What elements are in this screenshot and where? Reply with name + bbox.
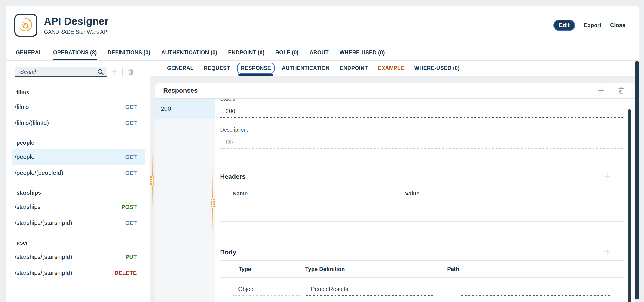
- method-badge: PUT: [126, 254, 137, 260]
- resize-line: [152, 186, 152, 209]
- method-badge: GET: [125, 104, 137, 110]
- add-operation-button[interactable]: [110, 68, 118, 76]
- headers-bottom-divider: [220, 221, 624, 222]
- column-header-type: Type: [220, 266, 305, 272]
- optab-general[interactable]: GENERAL: [167, 61, 194, 76]
- group-label: people: [12, 139, 145, 149]
- app-logo: [14, 14, 38, 37]
- body-table-head: Type Type Definition Path: [220, 261, 624, 277]
- responses-toolbar-divider: [611, 85, 612, 97]
- optab-response[interactable]: RESPONSE: [240, 61, 272, 76]
- add-header-button[interactable]: [603, 172, 612, 181]
- tab-general[interactable]: GENERAL: [16, 45, 42, 60]
- operation-row[interactable]: /people/(peopleId) GET: [12, 165, 145, 181]
- page-scrollbar[interactable]: [635, 61, 639, 299]
- method-badge: GET: [125, 154, 137, 160]
- edit-button[interactable]: Edit: [554, 20, 575, 31]
- search-icon[interactable]: [97, 68, 104, 77]
- optab-example[interactable]: EXAMPLE: [378, 61, 404, 76]
- api-designer-page: API Designer GANDRADE Star Wars API Edit…: [0, 0, 644, 302]
- operation-row[interactable]: /films GET: [12, 99, 145, 115]
- tab-definitions[interactable]: DEFINITIONS (3): [108, 45, 150, 60]
- body-path-cell[interactable]: [461, 292, 612, 296]
- title-block: API Designer GANDRADE Star Wars API: [44, 16, 109, 35]
- method-badge: DELETE: [114, 270, 137, 276]
- tab-authentication[interactable]: AUTHENTICATION (0): [161, 45, 217, 60]
- resize-line: [212, 208, 213, 235]
- sidebar-resize-handle[interactable]: [149, 152, 155, 209]
- responses-card: Responses: [155, 83, 634, 302]
- operation-detail-panel: GENERAL REQUEST RESPONSE AUTHENTICATION …: [150, 61, 639, 302]
- operation-path: /films: [15, 103, 29, 110]
- optab-response-label: RESPONSE: [237, 63, 274, 74]
- body-section-head: Body: [220, 248, 624, 260]
- api-name-subtitle: GANDRADE Star Wars API: [44, 29, 109, 35]
- operation-row[interactable]: /starships/(starshipId) DELETE: [12, 265, 145, 281]
- add-response-button[interactable]: [597, 86, 606, 95]
- page-title: API Designer: [44, 16, 109, 27]
- export-button[interactable]: Export: [584, 22, 602, 29]
- trash-icon: [617, 86, 625, 95]
- responses-body: 200 Status: Description: Headers: [155, 99, 634, 302]
- optab-where-used[interactable]: WHERE-USED (0): [414, 61, 460, 76]
- search-wrap: [16, 67, 106, 77]
- sidebar-toolbar: [16, 67, 145, 77]
- drag-dots-icon: [211, 199, 215, 207]
- method-badge: GET: [125, 220, 137, 226]
- headers-table-head: Name Value: [220, 185, 624, 202]
- tab-role[interactable]: ROLE (0): [275, 45, 299, 60]
- optab-endpoint[interactable]: ENDPOINT: [340, 61, 368, 76]
- status-list-item-200[interactable]: 200: [155, 99, 214, 119]
- plus-icon: [110, 68, 118, 76]
- tab-about[interactable]: ABOUT: [310, 45, 329, 60]
- column-header-value: Value: [405, 190, 420, 197]
- delete-response-button[interactable]: [617, 86, 625, 95]
- operation-path: /starships/(starshipId): [15, 219, 72, 226]
- headers-section-head: Headers: [220, 172, 624, 185]
- tab-operations[interactable]: OPERATIONS (8): [53, 45, 97, 60]
- column-header-path: Path: [447, 266, 459, 272]
- operation-tab-bar: GENERAL REQUEST RESPONSE AUTHENTICATION …: [150, 61, 639, 76]
- toolbar-divider: [122, 68, 123, 76]
- form-scrollbar[interactable]: [628, 109, 631, 302]
- operation-row[interactable]: /starships/(starshipId) PUT: [12, 249, 145, 265]
- responses-title: Responses: [163, 87, 198, 94]
- search-input[interactable]: [16, 67, 106, 77]
- operation-group-starships: starships /starships POST /starships/(st…: [12, 190, 145, 231]
- response-status-list: 200: [155, 99, 215, 302]
- body-bottom-divider: [220, 296, 624, 296]
- column-header-type-definition: Type Definition: [305, 266, 447, 272]
- tab-endpoint[interactable]: ENDPOINT (0): [228, 45, 264, 60]
- add-body-button[interactable]: [603, 248, 612, 257]
- body-table-row: Object PeopleResults: [220, 278, 624, 296]
- app-header: API Designer GANDRADE Star Wars API Edit…: [6, 6, 639, 45]
- tab-where-used[interactable]: WHERE-USED (0): [340, 45, 385, 60]
- operation-path: /people/(peopleId): [15, 169, 63, 177]
- description-field[interactable]: [220, 133, 624, 149]
- column-header-name: Name: [220, 190, 405, 197]
- headers-title: Headers: [220, 173, 246, 180]
- body-title: Body: [220, 248, 236, 256]
- sidebar-divider: [12, 81, 145, 81]
- operation-path: /starships/(starshipId): [15, 269, 72, 276]
- operation-row[interactable]: /starships POST: [12, 199, 145, 215]
- group-label: starships: [12, 190, 145, 199]
- drag-dots-icon: [150, 176, 154, 185]
- status-value-field[interactable]: [220, 102, 624, 118]
- optab-authentication[interactable]: AUTHENTICATION: [282, 61, 330, 76]
- method-badge: POST: [121, 204, 137, 210]
- plus-icon: [603, 248, 612, 257]
- group-label: films: [12, 89, 145, 99]
- delete-operation-button[interactable]: [127, 68, 135, 76]
- operation-path: /starships: [15, 203, 40, 211]
- operation-row[interactable]: /starships/(starshipId) GET: [12, 215, 145, 231]
- body-type-definition-cell[interactable]: PeopleResults: [306, 286, 434, 296]
- close-button[interactable]: Close: [610, 22, 625, 29]
- operation-row[interactable]: /films/(filmId) GET: [12, 115, 145, 131]
- main-window: API Designer GANDRADE Star Wars API Edit…: [6, 6, 639, 302]
- operation-row-selected[interactable]: /people GET: [12, 149, 145, 165]
- optab-request[interactable]: REQUEST: [204, 61, 230, 76]
- status-list-resize-handle[interactable]: [210, 171, 216, 234]
- description-label: Description:: [220, 126, 624, 133]
- body-type-cell[interactable]: Object: [234, 286, 300, 296]
